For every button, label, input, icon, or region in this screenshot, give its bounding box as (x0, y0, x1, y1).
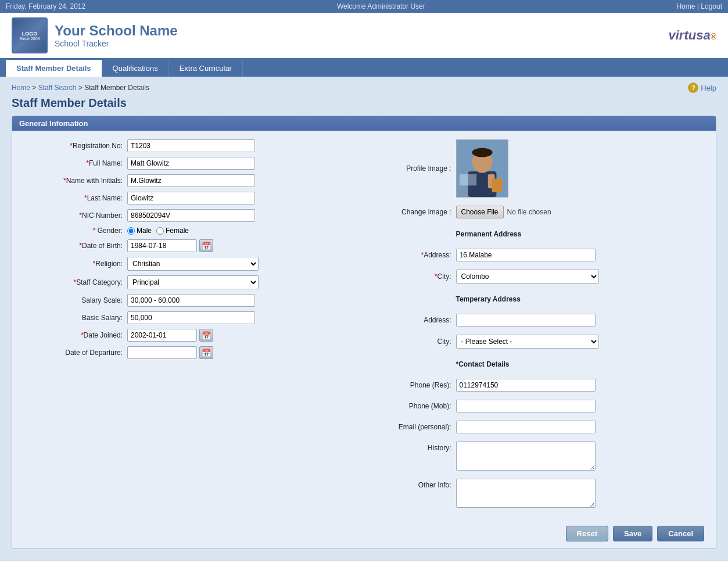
form-left: *Registration No: *Full Name: *Name with… (24, 139, 353, 511)
dob-row: *Date of Birth: 📅 (24, 239, 353, 252)
salary-scale-label: Salary Scale: (24, 296, 123, 304)
date-departure-row: Date of Departure: 📅 (24, 346, 353, 359)
school-name: Your School Name (55, 23, 178, 39)
temporary-address-header: Temperary Address (456, 295, 521, 303)
basic-salary-row: Basic Salary: (24, 311, 353, 324)
date-joined-wrap: 📅 (127, 329, 213, 342)
svg-point-3 (472, 148, 492, 157)
change-image-label: Change Image : (376, 208, 451, 216)
religion-select[interactable]: Christian Buddhist Hindu Islam Other (127, 257, 259, 271)
last-name-input[interactable] (127, 192, 255, 204)
dob-input[interactable] (127, 239, 197, 252)
date-departure-wrap: 📅 (127, 346, 213, 359)
profile-image-label: Profile Image : (376, 164, 451, 173)
date-departure-calendar-button[interactable]: 📅 (199, 346, 213, 359)
profile-svg (457, 139, 508, 198)
name-initials-label: *Name with Initials: (24, 177, 123, 185)
address-row: *Address: (376, 249, 705, 261)
basic-salary-label: Basic Salary: (24, 314, 123, 322)
date-joined-row: *Date Joined: 📅 (24, 329, 353, 342)
save-button[interactable]: Save (613, 526, 652, 541)
top-welcome: Welcome Administrator User (337, 2, 425, 10)
file-chosen-text: No file chosen (507, 208, 551, 216)
full-name-row: *Full Name: (24, 157, 353, 170)
cancel-button[interactable]: Cancel (657, 526, 704, 541)
temp-city-select[interactable]: - Please Select - Colombo Gampaha Kandy … (456, 335, 599, 349)
basic-salary-input[interactable] (127, 311, 255, 324)
registration-input[interactable] (127, 139, 255, 152)
breadcrumb-home[interactable]: Home (12, 84, 30, 92)
breadcrumb-bar: Home > Staff Search > Staff Member Detai… (12, 82, 716, 93)
top-nav: Home | Logout (676, 2, 722, 10)
history-row: History: (376, 442, 705, 471)
breadcrumb-staff-search[interactable]: Staff Search (38, 84, 77, 92)
nic-label: *NIC Number: (24, 211, 123, 220)
form-card-header: General Infomation (12, 116, 716, 131)
school-subtitle: School Tracker (55, 39, 178, 48)
gender-male-radio[interactable] (127, 227, 135, 235)
gender-radio-group: Male Female (127, 227, 189, 235)
breadcrumb: Home > Staff Search > Staff Member Detai… (12, 84, 149, 92)
salary-scale-input[interactable] (127, 294, 255, 307)
contact-details-header: *Contact Details (456, 360, 510, 368)
religion-row: *Religion: Christian Buddhist Hindu Isla… (24, 257, 353, 271)
email-input[interactable] (456, 421, 596, 433)
date-joined-calendar-button[interactable]: 📅 (199, 329, 213, 342)
form-card: General Infomation *Registration No: *Fu… (12, 116, 716, 549)
top-home-link[interactable]: Home (676, 2, 695, 10)
history-textarea[interactable] (456, 442, 596, 471)
staff-category-row: *Staff Category: Principal Teacher Admin… (24, 275, 353, 289)
permanent-address-header: Permanent Address (456, 230, 522, 238)
nic-row: *NIC Number: (24, 209, 353, 222)
name-initials-row: *Name with Initials: (24, 174, 353, 187)
phone-mob-row: Phone (Mob): (376, 400, 705, 412)
nic-input[interactable] (127, 209, 255, 222)
temporary-address-header-row: Temperary Address (376, 292, 705, 306)
top-bar: Friday, February 24, 2012 Welcome Admini… (0, 0, 728, 13)
svg-rect-6 (492, 179, 502, 192)
content: Home > Staff Search > Staff Member Detai… (0, 77, 728, 561)
date-departure-input[interactable] (127, 346, 197, 359)
profile-photo (456, 139, 508, 198)
help-icon: ? (688, 82, 698, 93)
top-date: Friday, February 24, 2012 (6, 2, 85, 10)
phone-res-input[interactable] (456, 379, 596, 392)
tab-extra-curricular[interactable]: Extra Curricular (169, 60, 243, 77)
logo-area: LOGO Since 2008 Your School Name School … (12, 17, 178, 53)
header: LOGO Since 2008 Your School Name School … (0, 13, 728, 60)
gender-female-radio[interactable] (156, 227, 164, 235)
phone-mob-input[interactable] (456, 400, 596, 412)
profile-image-row: Profile Image : (376, 139, 705, 198)
date-joined-input[interactable] (127, 329, 197, 342)
logo-shield: LOGO Since 2008 (12, 17, 48, 53)
full-name-input[interactable] (127, 157, 255, 170)
help-button[interactable]: ? Help (688, 82, 716, 93)
top-logout-link[interactable]: Logout (701, 2, 722, 10)
dob-calendar-button[interactable]: 📅 (199, 239, 213, 252)
choose-file-button[interactable]: Choose File (456, 206, 504, 218)
last-name-label: *Last Name: (24, 194, 123, 202)
other-info-row: Other Info: (376, 479, 705, 508)
temp-city-row: City: - Please Select - Colombo Gampaha … (376, 335, 705, 349)
gender-row: * Gender: Male Female (24, 227, 353, 235)
address-input[interactable] (456, 249, 596, 261)
dob-label: *Date of Birth: (24, 242, 123, 250)
staff-category-select[interactable]: Principal Teacher Admin Support (127, 275, 259, 289)
gender-female-label[interactable]: Female (156, 227, 189, 235)
religion-label: *Religion: (24, 260, 123, 268)
gender-male-label[interactable]: Male (127, 227, 152, 235)
name-initials-input[interactable] (127, 174, 255, 187)
temp-address-input[interactable] (456, 314, 596, 326)
gender-label: * Gender: (24, 227, 123, 235)
tab-qualifications[interactable]: Qualifications (102, 60, 169, 77)
tab-staff-member-details[interactable]: Staff Member Details (6, 60, 102, 77)
other-info-textarea[interactable] (456, 479, 596, 508)
city-select[interactable]: Colombo Gampaha Kandy Galle Matara (456, 270, 599, 284)
staff-category-label: *Staff Category: (24, 278, 123, 286)
city-row: *City: Colombo Gampaha Kandy Galle Matar… (376, 270, 705, 284)
nav: Staff Member Details Qualifications Extr… (0, 60, 728, 77)
breadcrumb-current: Staff Member Details (84, 84, 149, 92)
reset-button[interactable]: Reset (566, 526, 608, 541)
email-row: Email (personal): (376, 421, 705, 433)
date-departure-label: Date of Departure: (24, 349, 123, 357)
